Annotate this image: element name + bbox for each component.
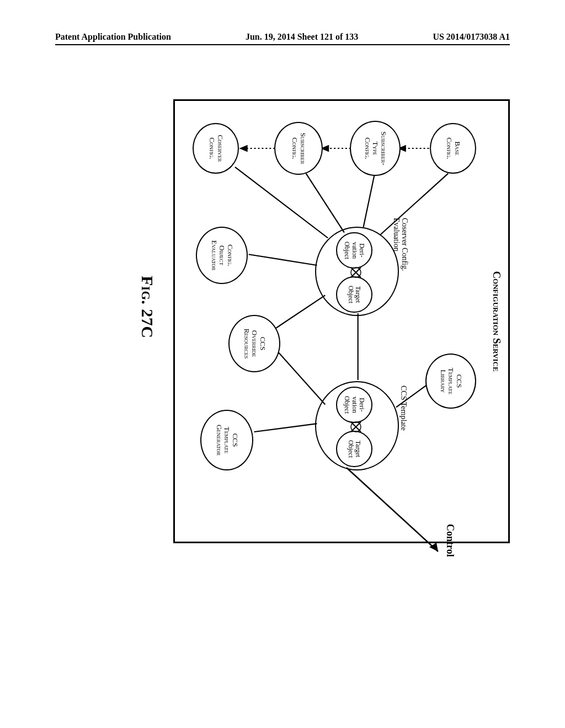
svg-marker-14: [322, 146, 328, 151]
header-right: US 2014/0173038 A1: [433, 32, 510, 42]
svg-line-5: [276, 295, 325, 328]
group-title-coserver-eval: Coserver Config.Evaluation: [392, 218, 409, 271]
sub-target-object-1: TargetObject: [336, 276, 372, 313]
svg-marker-19: [429, 543, 438, 552]
group-ccs-template: CCS Template Deri-vationObject TargetObj…: [315, 381, 399, 470]
svg-line-2: [306, 174, 344, 233]
svg-line-0: [380, 174, 448, 235]
node-config-object-evaluator: Config.ObjectEvaluator: [196, 227, 248, 284]
bowtie-icon: [350, 421, 361, 432]
svg-line-6: [279, 352, 325, 404]
svg-marker-15: [241, 146, 247, 151]
node-subscriber-config: SubscriberConfig.: [274, 122, 323, 175]
node-ccs-override-resources: CCSOverrideResources: [228, 315, 280, 372]
header-left: Patent Application Publication: [55, 32, 171, 42]
node-base-config: BaseConfig.: [430, 123, 476, 174]
node-ccs-template-library: CCSTemplateLibrary: [425, 354, 476, 409]
group-title-ccs-template: CCS Template: [399, 386, 408, 431]
service-title: Configuration Service: [491, 271, 503, 371]
node-coserver-config: CoserverConfig.: [193, 123, 239, 174]
svg-line-1: [364, 175, 375, 227]
group-coserver-config-evaluation: Coserver Config.Evaluation Deri-vationOb…: [315, 227, 399, 316]
figure-area: Configuration Service: [55, 99, 510, 557]
bowtie-icon: [350, 267, 361, 278]
node-ccs-template-generator: CCSTemplateGenerator: [200, 410, 253, 470]
control-label: Control: [444, 524, 456, 557]
svg-line-3: [235, 167, 328, 238]
svg-line-7: [254, 424, 317, 432]
header-center: Jun. 19, 2014 Sheet 121 of 133: [246, 32, 358, 42]
sub-derivation-object-2: Deri-vationObject: [336, 387, 372, 423]
page-header: Patent Application Publication Jun. 19, …: [55, 32, 510, 45]
svg-line-4: [249, 254, 317, 265]
rotated-figure: Configuration Service: [55, 99, 510, 557]
sub-target-object-2: TargetObject: [336, 431, 372, 467]
sub-derivation-object-1: Deri-vationObject: [336, 232, 372, 269]
configuration-service-box: Configuration Service: [173, 99, 510, 543]
figure-label: Fig. 27C: [138, 276, 157, 339]
node-subscriber-type-config: Subscriber-TypeConfig.: [350, 121, 401, 176]
